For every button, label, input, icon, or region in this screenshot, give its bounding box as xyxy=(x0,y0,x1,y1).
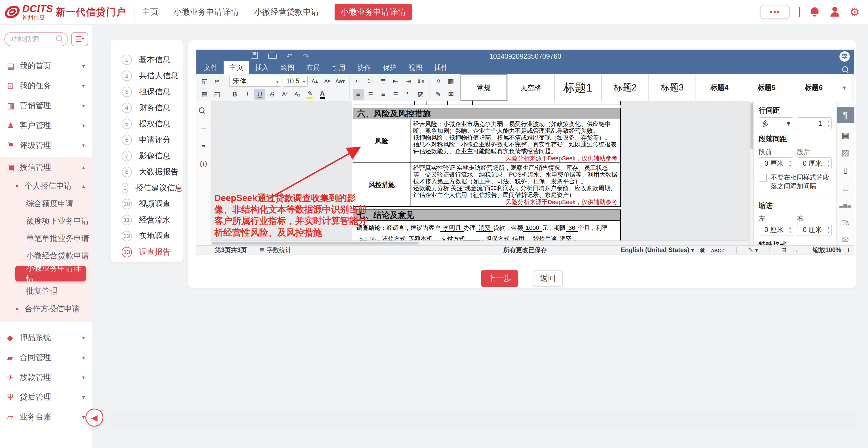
font-name-select[interactable]: 宋体 xyxy=(229,76,281,87)
redo-icon[interactable] xyxy=(303,52,309,61)
editor-menu-item[interactable]: 插件 xyxy=(428,61,454,74)
avatar[interactable]: 李 xyxy=(839,51,850,62)
sidebar-item[interactable]: 贷后管理 xyxy=(0,387,92,407)
wizard-step[interactable]: 7 影像信息 xyxy=(122,148,183,164)
spacing-after-stepper[interactable]: 0 厘米▴▾ xyxy=(797,157,832,169)
sidebar-item[interactable]: 业务台账 xyxy=(0,407,92,427)
sidebar-item[interactable]: 合同管理 xyxy=(0,347,92,367)
submenu-group-personal-credit[interactable]: 个人授信申请 xyxy=(0,177,92,195)
pilcrow2-icon[interactable] xyxy=(837,107,855,123)
submenu-item[interactable]: 综合额度申请 xyxy=(0,195,92,212)
sidebar-item[interactable]: 客户管理 xyxy=(0,115,92,135)
more-tabs-button[interactable]: ••• xyxy=(760,5,790,19)
indent-icon[interactable] xyxy=(403,76,414,87)
docsearch-icon[interactable] xyxy=(199,107,208,116)
nav-tab[interactable]: 小微业务申请详情 xyxy=(335,4,412,21)
wizard-step[interactable]: 12 实地调查 xyxy=(122,228,183,244)
editor-menu-item[interactable]: 绘图 xyxy=(275,61,300,74)
editor-search-icon[interactable] xyxy=(842,66,849,73)
submenu-item[interactable]: 小微经营贷款申请 xyxy=(0,247,92,265)
globe-icon[interactable] xyxy=(700,246,706,254)
sidebar-item[interactable]: 放款管理 xyxy=(0,367,92,387)
justify-icon[interactable] xyxy=(390,89,401,100)
vertical-scrollbar[interactable] xyxy=(749,101,753,245)
select-icon[interactable] xyxy=(212,89,222,100)
chart-icon[interactable] xyxy=(838,199,853,210)
editor-menu-item[interactable]: 协作 xyxy=(351,61,377,74)
italic-icon[interactable] xyxy=(242,89,253,100)
sidebar-item[interactable]: 押品系统 xyxy=(0,328,92,347)
underline-icon[interactable] xyxy=(254,89,265,100)
wizard-step[interactable]: 9 授信建议信息 xyxy=(122,180,183,196)
previous-step-button[interactable]: 上一步 xyxy=(481,270,518,287)
editor-menu-item[interactable]: 文件 xyxy=(198,61,224,74)
sub-icon[interactable] xyxy=(292,89,303,100)
style-cell[interactable]: 标题2 xyxy=(602,74,649,101)
wizard-step[interactable]: 11 经营流水 xyxy=(122,212,183,228)
style-cell[interactable]: 标题6 xyxy=(790,74,837,101)
themecolor-icon[interactable] xyxy=(445,76,457,87)
sidebar-item[interactable]: 评级管理 xyxy=(0,135,92,155)
spinner-arrows-icon[interactable]: ▴▾ xyxy=(789,159,791,168)
comment-icon[interactable] xyxy=(199,125,208,134)
submenu-item[interactable]: 单笔单批业务申请 xyxy=(0,230,92,247)
wizard-step[interactable]: 2 共借人信息 xyxy=(122,68,183,84)
word-count-button[interactable]: 字数统计 xyxy=(259,246,291,254)
save-icon[interactable] xyxy=(251,52,258,59)
style-cell[interactable]: 常规 xyxy=(461,74,507,101)
mailx-icon[interactable] xyxy=(445,89,457,100)
strike-icon[interactable] xyxy=(267,89,278,100)
mailmerge-icon[interactable] xyxy=(839,235,851,245)
submenu-item[interactable]: 小微业务申请详情 xyxy=(15,266,86,281)
sidebar-item-credit-management[interactable]: 授信管理 xyxy=(0,157,92,177)
fit-page-icon[interactable] xyxy=(781,246,786,254)
spinner-arrows-icon[interactable]: ▴▾ xyxy=(828,225,829,235)
track-changes-button[interactable] xyxy=(748,246,758,254)
copy-icon[interactable] xyxy=(199,76,210,87)
editor-menu-item[interactable]: 引用 xyxy=(326,61,351,74)
wizard-step[interactable]: 6 申请评分 xyxy=(122,132,183,148)
wizard-step[interactable]: 3 担保信息 xyxy=(122,84,183,100)
indent-left-stepper[interactable]: 0 厘米▴▾ xyxy=(758,224,793,236)
submenu-item[interactable]: 批复管理 xyxy=(0,282,92,300)
bold-icon[interactable] xyxy=(229,89,240,100)
table-icon[interactable] xyxy=(839,130,851,140)
aligncenter-icon[interactable] xyxy=(365,89,376,100)
nav-tab[interactable]: 主页 xyxy=(142,6,158,18)
sidebar-item[interactable]: 我的首页 xyxy=(0,56,92,76)
line-spacing-stepper[interactable]: 1▴▾ xyxy=(797,117,832,129)
vertical-scrollbar-thumb[interactable] xyxy=(750,103,753,149)
wizard-step[interactable]: 4 财务信息 xyxy=(122,100,183,116)
shapes-icon[interactable] xyxy=(839,182,851,193)
paste-icon[interactable] xyxy=(199,89,210,100)
multilist-icon[interactable] xyxy=(378,76,389,87)
collapse-float-button[interactable] xyxy=(85,409,103,426)
cut-icon[interactable] xyxy=(212,76,222,87)
wizard-step[interactable]: 1 基本信息 xyxy=(122,51,183,68)
spacing-before-stepper[interactable]: 0 厘米▴▾ xyxy=(758,157,793,169)
language-selector[interactable]: English (United States) xyxy=(621,246,694,254)
alignleft-icon[interactable] xyxy=(353,89,364,100)
bullets-icon[interactable] xyxy=(353,76,364,87)
sup-icon[interactable] xyxy=(279,89,290,100)
spellcheck-icon[interactable] xyxy=(711,246,725,254)
style-cell[interactable]: 标题1 xyxy=(555,74,602,101)
style-cell[interactable]: 标题4 xyxy=(696,74,743,101)
zoom-in-button[interactable] xyxy=(847,246,850,254)
toc-icon[interactable] xyxy=(199,142,208,151)
pagefmt-icon[interactable] xyxy=(839,165,851,175)
font-size-select[interactable]: 10.5 xyxy=(283,76,308,87)
horizontal-scrollbar[interactable] xyxy=(211,240,749,245)
shrink-font-icon[interactable] xyxy=(322,76,333,87)
submenu-group-partner-credit[interactable]: 合作方授信申请 xyxy=(0,300,92,318)
grow-font-icon[interactable] xyxy=(309,76,320,87)
eraser-icon[interactable] xyxy=(433,76,444,87)
editor-menu-item[interactable]: 插入 xyxy=(249,61,275,74)
sidebar-item[interactable]: 营销管理 xyxy=(0,96,92,115)
numbering-icon[interactable] xyxy=(365,76,376,87)
painter-icon[interactable] xyxy=(433,89,444,100)
image-icon[interactable] xyxy=(839,147,851,158)
shading-icon[interactable] xyxy=(415,89,426,100)
submenu-item[interactable]: 额度项下业务申请 xyxy=(0,212,92,230)
wizard-step[interactable]: 10 视频调查 xyxy=(122,196,183,212)
